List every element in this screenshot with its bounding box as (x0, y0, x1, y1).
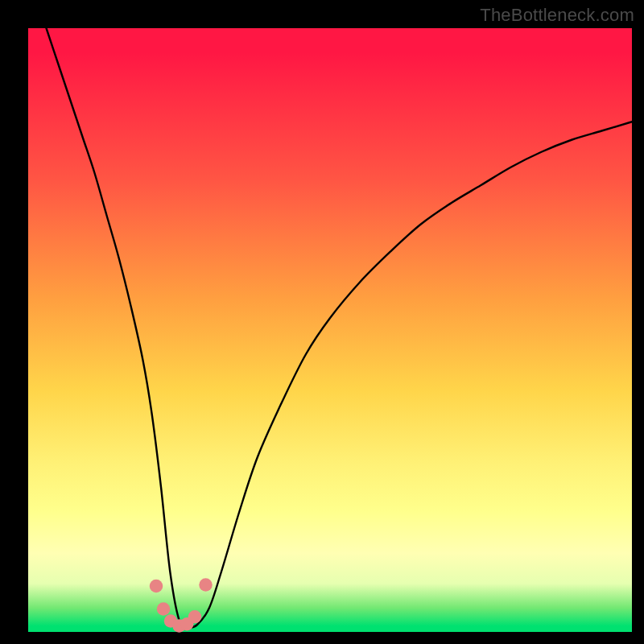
chart-frame: TheBottleneck.com (0, 0, 644, 644)
dip-marker (199, 578, 213, 592)
chart-plot-area (28, 28, 632, 632)
dip-marker (188, 610, 202, 624)
dip-marker (157, 602, 171, 616)
bottleneck-curve-path (47, 28, 633, 628)
dip-marker (150, 580, 163, 593)
dip-marker-group (150, 578, 213, 633)
chart-svg (28, 28, 632, 632)
watermark-text: TheBottleneck.com (480, 5, 634, 26)
